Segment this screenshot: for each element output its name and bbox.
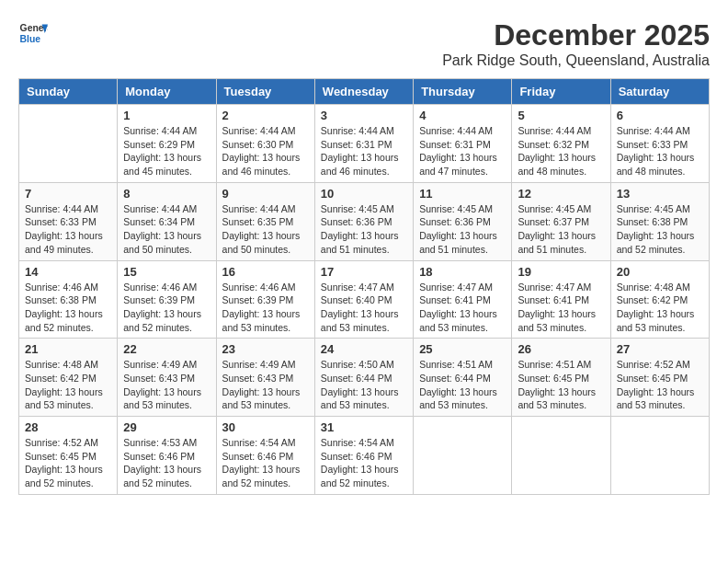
calendar-day-cell: 12Sunrise: 4:45 AMSunset: 6:37 PMDayligh… bbox=[512, 182, 610, 260]
day-info: Sunrise: 4:45 AMSunset: 6:36 PMDaylight:… bbox=[419, 202, 506, 257]
day-number: 22 bbox=[123, 342, 210, 356]
calendar-week-row: 7Sunrise: 4:44 AMSunset: 6:33 PMDaylight… bbox=[19, 182, 710, 260]
svg-text:Blue: Blue bbox=[20, 34, 41, 44]
day-number: 8 bbox=[123, 187, 210, 201]
day-of-week-header: Saturday bbox=[610, 79, 709, 105]
calendar-day-cell: 31Sunrise: 4:54 AMSunset: 6:46 PMDayligh… bbox=[314, 417, 413, 495]
day-info: Sunrise: 4:45 AMSunset: 6:38 PMDaylight:… bbox=[617, 202, 703, 257]
day-number: 10 bbox=[321, 187, 407, 201]
day-number: 9 bbox=[222, 187, 309, 201]
day-info: Sunrise: 4:52 AMSunset: 6:45 PMDaylight:… bbox=[617, 358, 703, 412]
logo: General Blue bbox=[18, 18, 48, 48]
calendar-day-cell: 13Sunrise: 4:45 AMSunset: 6:38 PMDayligh… bbox=[610, 182, 709, 260]
day-info: Sunrise: 4:44 AMSunset: 6:31 PMDaylight:… bbox=[321, 124, 407, 178]
day-number: 17 bbox=[321, 265, 407, 279]
calendar-day-cell bbox=[512, 417, 610, 495]
calendar-day-cell: 3Sunrise: 4:44 AMSunset: 6:31 PMDaylight… bbox=[314, 105, 413, 183]
calendar-week-row: 28Sunrise: 4:52 AMSunset: 6:45 PMDayligh… bbox=[19, 417, 710, 495]
day-info: Sunrise: 4:44 AMSunset: 6:30 PMDaylight:… bbox=[222, 124, 309, 178]
title-section: December 2025 Park Ridge South, Queensla… bbox=[442, 18, 710, 69]
calendar-day-cell: 24Sunrise: 4:50 AMSunset: 6:44 PMDayligh… bbox=[314, 339, 413, 417]
day-info: Sunrise: 4:47 AMSunset: 6:41 PMDaylight:… bbox=[518, 281, 604, 335]
calendar-day-cell bbox=[414, 417, 512, 495]
day-number: 2 bbox=[222, 109, 309, 122]
calendar-day-cell: 8Sunrise: 4:44 AMSunset: 6:34 PMDaylight… bbox=[118, 182, 216, 260]
day-number: 28 bbox=[25, 420, 111, 434]
day-info: Sunrise: 4:45 AMSunset: 6:37 PMDaylight:… bbox=[518, 202, 604, 257]
day-number: 23 bbox=[222, 342, 309, 356]
month-title: December 2025 bbox=[442, 18, 710, 52]
calendar-day-cell: 30Sunrise: 4:54 AMSunset: 6:46 PMDayligh… bbox=[216, 417, 314, 495]
calendar-day-cell: 7Sunrise: 4:44 AMSunset: 6:33 PMDaylight… bbox=[19, 182, 118, 260]
day-number: 20 bbox=[617, 265, 703, 279]
calendar-header-row: SundayMondayTuesdayWednesdayThursdayFrid… bbox=[19, 79, 710, 105]
day-info: Sunrise: 4:44 AMSunset: 6:33 PMDaylight:… bbox=[617, 124, 703, 178]
calendar-day-cell: 6Sunrise: 4:44 AMSunset: 6:33 PMDaylight… bbox=[610, 105, 709, 183]
calendar-day-cell bbox=[610, 417, 709, 495]
day-number: 1 bbox=[123, 109, 210, 122]
calendar-week-row: 14Sunrise: 4:46 AMSunset: 6:38 PMDayligh… bbox=[19, 260, 710, 339]
calendar-day-cell: 14Sunrise: 4:46 AMSunset: 6:38 PMDayligh… bbox=[19, 260, 118, 339]
day-info: Sunrise: 4:52 AMSunset: 6:45 PMDaylight:… bbox=[25, 436, 111, 490]
day-number: 13 bbox=[617, 187, 703, 201]
day-info: Sunrise: 4:47 AMSunset: 6:41 PMDaylight:… bbox=[419, 281, 506, 335]
day-number: 29 bbox=[123, 420, 210, 434]
calendar-week-row: 21Sunrise: 4:48 AMSunset: 6:42 PMDayligh… bbox=[19, 339, 710, 417]
day-number: 7 bbox=[25, 187, 111, 201]
day-number: 4 bbox=[419, 109, 506, 122]
calendar-day-cell: 17Sunrise: 4:47 AMSunset: 6:40 PMDayligh… bbox=[314, 260, 413, 339]
calendar-day-cell: 23Sunrise: 4:49 AMSunset: 6:43 PMDayligh… bbox=[216, 339, 314, 417]
calendar-day-cell: 25Sunrise: 4:51 AMSunset: 6:44 PMDayligh… bbox=[414, 339, 512, 417]
logo-icon: General Blue bbox=[18, 18, 48, 48]
day-of-week-header: Friday bbox=[512, 79, 610, 105]
day-of-week-header: Wednesday bbox=[314, 79, 413, 105]
calendar-day-cell: 27Sunrise: 4:52 AMSunset: 6:45 PMDayligh… bbox=[610, 339, 709, 417]
calendar-day-cell: 15Sunrise: 4:46 AMSunset: 6:39 PMDayligh… bbox=[118, 260, 216, 339]
day-info: Sunrise: 4:49 AMSunset: 6:43 PMDaylight:… bbox=[123, 358, 210, 412]
calendar-table: SundayMondayTuesdayWednesdayThursdayFrid… bbox=[18, 78, 710, 495]
day-number: 21 bbox=[25, 342, 111, 356]
day-of-week-header: Sunday bbox=[19, 79, 118, 105]
day-number: 24 bbox=[321, 342, 407, 356]
day-info: Sunrise: 4:49 AMSunset: 6:43 PMDaylight:… bbox=[222, 358, 309, 412]
calendar-day-cell: 18Sunrise: 4:47 AMSunset: 6:41 PMDayligh… bbox=[414, 260, 512, 339]
day-info: Sunrise: 4:51 AMSunset: 6:44 PMDaylight:… bbox=[419, 358, 506, 412]
day-info: Sunrise: 4:44 AMSunset: 6:29 PMDaylight:… bbox=[123, 124, 210, 178]
calendar-day-cell: 1Sunrise: 4:44 AMSunset: 6:29 PMDaylight… bbox=[118, 105, 216, 183]
day-number: 27 bbox=[617, 342, 703, 356]
day-number: 19 bbox=[518, 265, 604, 279]
page-header: General Blue December 2025 Park Ridge So… bbox=[18, 18, 710, 69]
calendar-day-cell: 29Sunrise: 4:53 AMSunset: 6:46 PMDayligh… bbox=[118, 417, 216, 495]
day-number: 12 bbox=[518, 187, 604, 201]
calendar-day-cell bbox=[19, 105, 118, 183]
day-info: Sunrise: 4:45 AMSunset: 6:36 PMDaylight:… bbox=[321, 202, 407, 257]
calendar-day-cell: 16Sunrise: 4:46 AMSunset: 6:39 PMDayligh… bbox=[216, 260, 314, 339]
calendar-day-cell: 21Sunrise: 4:48 AMSunset: 6:42 PMDayligh… bbox=[19, 339, 118, 417]
day-info: Sunrise: 4:46 AMSunset: 6:39 PMDaylight:… bbox=[222, 281, 309, 335]
day-of-week-header: Thursday bbox=[414, 79, 512, 105]
day-info: Sunrise: 4:51 AMSunset: 6:45 PMDaylight:… bbox=[518, 358, 604, 412]
day-number: 25 bbox=[419, 342, 506, 356]
day-number: 15 bbox=[123, 265, 210, 279]
day-info: Sunrise: 4:44 AMSunset: 6:31 PMDaylight:… bbox=[419, 124, 506, 178]
day-info: Sunrise: 4:50 AMSunset: 6:44 PMDaylight:… bbox=[321, 358, 407, 412]
day-info: Sunrise: 4:54 AMSunset: 6:46 PMDaylight:… bbox=[321, 436, 407, 490]
day-info: Sunrise: 4:48 AMSunset: 6:42 PMDaylight:… bbox=[617, 281, 703, 335]
calendar-day-cell: 28Sunrise: 4:52 AMSunset: 6:45 PMDayligh… bbox=[19, 417, 118, 495]
calendar-day-cell: 26Sunrise: 4:51 AMSunset: 6:45 PMDayligh… bbox=[512, 339, 610, 417]
day-info: Sunrise: 4:47 AMSunset: 6:40 PMDaylight:… bbox=[321, 281, 407, 335]
day-number: 14 bbox=[25, 265, 111, 279]
day-number: 18 bbox=[419, 265, 506, 279]
calendar-day-cell: 4Sunrise: 4:44 AMSunset: 6:31 PMDaylight… bbox=[414, 105, 512, 183]
day-info: Sunrise: 4:44 AMSunset: 6:35 PMDaylight:… bbox=[222, 202, 309, 257]
day-number: 3 bbox=[321, 109, 407, 122]
calendar-day-cell: 10Sunrise: 4:45 AMSunset: 6:36 PMDayligh… bbox=[314, 182, 413, 260]
day-info: Sunrise: 4:46 AMSunset: 6:39 PMDaylight:… bbox=[123, 281, 210, 335]
calendar-day-cell: 5Sunrise: 4:44 AMSunset: 6:32 PMDaylight… bbox=[512, 105, 610, 183]
calendar-week-row: 1Sunrise: 4:44 AMSunset: 6:29 PMDaylight… bbox=[19, 105, 710, 183]
calendar-day-cell: 9Sunrise: 4:44 AMSunset: 6:35 PMDaylight… bbox=[216, 182, 314, 260]
day-info: Sunrise: 4:44 AMSunset: 6:33 PMDaylight:… bbox=[25, 202, 111, 257]
day-of-week-header: Monday bbox=[118, 79, 216, 105]
calendar-day-cell: 19Sunrise: 4:47 AMSunset: 6:41 PMDayligh… bbox=[512, 260, 610, 339]
day-info: Sunrise: 4:44 AMSunset: 6:34 PMDaylight:… bbox=[123, 202, 210, 257]
